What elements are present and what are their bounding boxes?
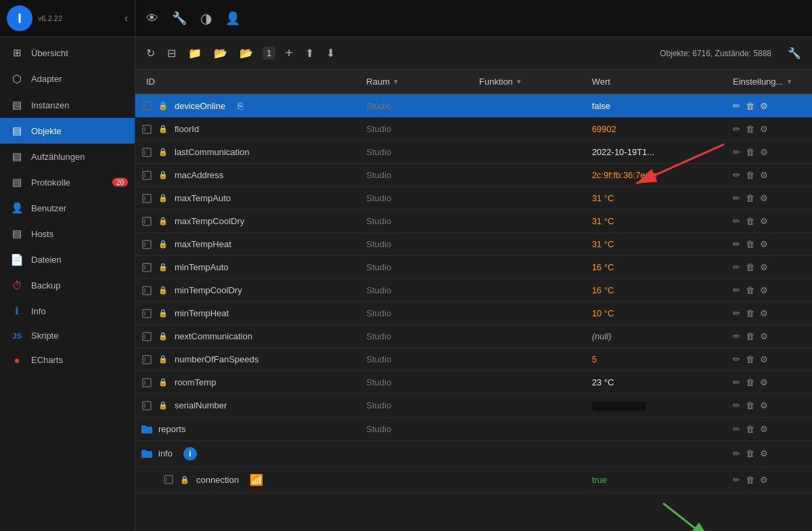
table-row[interactable]: 🔒deviceOnline⎘Studiofalse✏🗑⚙ bbox=[135, 94, 812, 118]
settings-button[interactable]: ⚙ bbox=[760, 147, 768, 157]
level-badge[interactable]: 1 bbox=[263, 47, 275, 60]
delete-button[interactable]: 🗑 bbox=[746, 400, 754, 410]
edit-button[interactable]: ✏ bbox=[733, 285, 740, 295]
edit-button[interactable]: ✏ bbox=[733, 377, 740, 387]
delete-button[interactable]: 🗑 bbox=[746, 147, 754, 157]
sidebar-item-instanzen[interactable]: ▤ Instanzen bbox=[0, 92, 135, 118]
edit-button[interactable]: ✏ bbox=[733, 331, 740, 341]
table-row[interactable]: 🔒minTempAutoStudio16 °C✏🗑⚙ bbox=[135, 256, 812, 279]
table-row[interactable]: 🔒maxTempAutoStudio31 °C✏🗑⚙ bbox=[135, 187, 812, 210]
table-row[interactable]: 🔒roomTempStudio23 °C✏🗑⚙ bbox=[135, 371, 812, 394]
folder-open-button[interactable]: 📂 bbox=[211, 44, 230, 62]
delete-button[interactable]: 🗑 bbox=[746, 124, 754, 134]
settings-button[interactable]: ⚙ bbox=[760, 101, 768, 111]
refresh-button[interactable]: ↻ bbox=[143, 44, 158, 62]
wrench-icon[interactable]: 🔧 bbox=[172, 11, 187, 26]
table-row[interactable]: 🔒numberOfFanSpeedsStudio5✏🗑⚙ bbox=[135, 348, 812, 371]
settings-wrench-icon[interactable]: 🔧 bbox=[785, 44, 804, 62]
settings-button[interactable]: ⚙ bbox=[760, 262, 768, 272]
edit-button[interactable]: ✏ bbox=[733, 216, 740, 226]
col-einstellung[interactable]: Einstellung... ▼ bbox=[727, 70, 812, 94]
add-button[interactable]: + bbox=[282, 43, 296, 64]
col-funktion[interactable]: Funktion ▼ bbox=[474, 70, 587, 94]
settings-button[interactable]: ⚙ bbox=[760, 448, 768, 459]
table-row[interactable]: infoi✏🗑⚙ bbox=[135, 440, 812, 467]
sidebar-item-benutzer[interactable]: 👤 Benutzer bbox=[0, 195, 135, 221]
delete-button[interactable]: 🗑 bbox=[746, 377, 754, 387]
folder-active-button[interactable]: 📂 bbox=[237, 44, 256, 62]
settings-button[interactable]: ⚙ bbox=[760, 475, 768, 485]
settings-button[interactable]: ⚙ bbox=[760, 124, 768, 134]
settings-button[interactable]: ⚙ bbox=[760, 308, 768, 318]
edit-button[interactable]: ✏ bbox=[733, 124, 740, 134]
table-row[interactable]: 🔒nextCommunicationStudio(null)✏🗑⚙ bbox=[135, 325, 812, 348]
sidebar-item-backup[interactable]: ⏱ Backup bbox=[0, 273, 135, 298]
delete-button[interactable]: 🗑 bbox=[746, 331, 754, 341]
edit-button[interactable]: ✏ bbox=[733, 170, 740, 180]
edit-button[interactable]: ✏ bbox=[733, 424, 740, 434]
folder-button[interactable]: 📁 bbox=[185, 44, 204, 62]
settings-button[interactable]: ⚙ bbox=[760, 400, 768, 410]
settings-button[interactable]: ⚙ bbox=[760, 170, 768, 180]
edit-button[interactable]: ✏ bbox=[733, 354, 740, 364]
edit-button[interactable]: ✏ bbox=[733, 239, 740, 249]
edit-button[interactable]: ✏ bbox=[733, 475, 740, 485]
edit-button[interactable]: ✏ bbox=[733, 308, 740, 318]
table-row[interactable]: 🔒macAddressStudio2c:9f:fb:36:7e:bc✏🗑⚙ bbox=[135, 164, 812, 187]
table-row[interactable]: 🔒floorIdStudio69902✏🗑⚙ bbox=[135, 118, 812, 141]
sidebar-item-echarts[interactable]: ● ECharts bbox=[0, 347, 135, 373]
sidebar-item-uebersicht[interactable]: ⊞ Übersicht bbox=[0, 40, 135, 66]
delete-button[interactable]: 🗑 bbox=[746, 193, 754, 203]
theme-icon[interactable]: ◑ bbox=[200, 10, 212, 26]
delete-button[interactable]: 🗑 bbox=[746, 216, 754, 226]
delete-button[interactable]: 🗑 bbox=[746, 475, 754, 485]
table-row[interactable]: 🔒minTempCoolDryStudio16 °C✏🗑⚙ bbox=[135, 279, 812, 302]
user-icon[interactable]: 👤 bbox=[225, 11, 240, 26]
table-row[interactable]: 🔒serialNumberStudio✏🗑⚙ bbox=[135, 394, 812, 418]
table-row[interactable]: 🔒minTempHeatStudio10 °C✏🗑⚙ bbox=[135, 302, 812, 325]
table-row[interactable]: 🔒lastCommunicationStudio2022-10-19T1...✏… bbox=[135, 141, 812, 164]
delete-button[interactable]: 🗑 bbox=[746, 262, 754, 272]
col-raum[interactable]: Raum ▼ bbox=[361, 70, 474, 94]
copy-icon[interactable]: ⎘ bbox=[238, 100, 243, 111]
settings-button[interactable]: ⚙ bbox=[760, 354, 768, 364]
sidebar-item-dateien[interactable]: 📄 Dateien bbox=[0, 247, 135, 273]
delete-button[interactable]: 🗑 bbox=[746, 285, 754, 295]
settings-button[interactable]: ⚙ bbox=[760, 216, 768, 226]
table-row[interactable]: 🔒maxTempCoolDryStudio31 °C✏🗑⚙ bbox=[135, 210, 812, 233]
delete-button[interactable]: 🗑 bbox=[746, 448, 754, 459]
sidebar-item-skripte[interactable]: JS Skripte bbox=[0, 324, 135, 347]
settings-button[interactable]: ⚙ bbox=[760, 331, 768, 341]
sidebar-item-protokolle[interactable]: ▤ Protokolle 20 bbox=[0, 169, 135, 195]
delete-button[interactable]: 🗑 bbox=[746, 354, 754, 364]
settings-button[interactable]: ⚙ bbox=[760, 424, 768, 434]
settings-button[interactable]: ⚙ bbox=[760, 193, 768, 203]
sidebar-item-adapter[interactable]: ⬡ Adapter bbox=[0, 66, 135, 92]
settings-button[interactable]: ⚙ bbox=[760, 239, 768, 249]
settings-button[interactable]: ⚙ bbox=[760, 285, 768, 295]
upload-button[interactable]: ⬆ bbox=[302, 44, 317, 62]
delete-button[interactable]: 🗑 bbox=[746, 424, 754, 434]
sidebar-item-info[interactable]: ℹ Info bbox=[0, 298, 135, 324]
edit-button[interactable]: ✏ bbox=[733, 400, 740, 410]
table-row[interactable]: 🔒connection📶true✏🗑⚙ bbox=[135, 467, 812, 492]
edit-button[interactable]: ✏ bbox=[733, 262, 740, 272]
sidebar-collapse-button[interactable]: ‹ bbox=[125, 12, 128, 24]
settings-button[interactable]: ⚙ bbox=[760, 377, 768, 387]
table-row[interactable]: reportsStudio✏🗑⚙ bbox=[135, 417, 812, 440]
delete-button[interactable]: 🗑 bbox=[746, 170, 754, 180]
table-row[interactable]: 🔒maxTempHeatStudio31 °C✏🗑⚙ bbox=[135, 233, 812, 256]
download-button[interactable]: ⬇ bbox=[323, 44, 338, 62]
eye-icon[interactable]: 👁 bbox=[146, 12, 158, 26]
delete-button[interactable]: 🗑 bbox=[746, 101, 754, 111]
edit-button[interactable]: ✏ bbox=[733, 193, 740, 203]
columns-button[interactable]: ⊟ bbox=[164, 44, 179, 62]
edit-button[interactable]: ✏ bbox=[733, 147, 740, 157]
delete-button[interactable]: 🗑 bbox=[746, 308, 754, 318]
delete-button[interactable]: 🗑 bbox=[746, 239, 754, 249]
sidebar-item-objekte[interactable]: ▤ Objekte bbox=[0, 118, 135, 144]
sidebar-item-aufzaehlungen[interactable]: ▤ Aufzählungen bbox=[0, 144, 135, 169]
edit-button[interactable]: ✏ bbox=[733, 101, 740, 111]
edit-button[interactable]: ✏ bbox=[733, 448, 740, 459]
sidebar-item-hosts[interactable]: ▤ Hosts bbox=[0, 221, 135, 247]
